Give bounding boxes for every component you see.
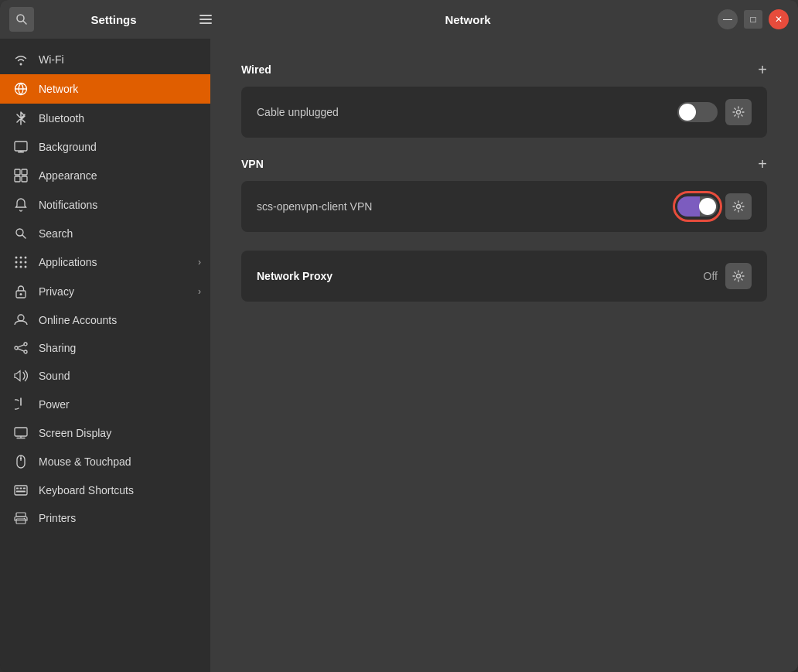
sidebar-label-power: Power xyxy=(39,398,70,411)
svg-point-47 xyxy=(24,518,26,520)
sidebar-item-power[interactable]: Power xyxy=(0,390,210,419)
svg-point-24 xyxy=(25,266,27,268)
sidebar-item-bluetooth[interactable]: Bluetooth xyxy=(0,104,210,133)
svg-line-1 xyxy=(23,21,26,24)
sidebar-item-search[interactable]: Search xyxy=(0,220,210,247)
wired-gear-button[interactable] xyxy=(725,99,752,125)
svg-point-30 xyxy=(24,350,27,353)
sidebar-item-keyboard-shortcuts[interactable]: Keyboard Shortcuts xyxy=(0,476,210,504)
titlebar-search-button[interactable] xyxy=(9,7,34,32)
wired-toggle[interactable] xyxy=(677,102,718,122)
main-content: Wi-Fi Network xyxy=(0,39,798,672)
wired-section-header: Wired + xyxy=(241,62,767,77)
vpn-card: scs-openvpn-client VPN xyxy=(241,181,767,232)
sidebar-label-wifi: Wi-Fi xyxy=(39,53,64,66)
applications-icon xyxy=(12,255,29,269)
vpn-section: VPN + scs-openvpn-client VPN xyxy=(241,156,767,232)
proxy-gear-icon xyxy=(732,270,745,282)
sidebar-item-mouse-touchpad[interactable]: Mouse & Touchpad xyxy=(0,447,210,476)
sidebar-item-network[interactable]: Network xyxy=(0,74,210,104)
bluetooth-icon xyxy=(12,111,29,125)
svg-rect-34 xyxy=(15,428,27,436)
svg-rect-4 xyxy=(200,22,212,24)
sidebar-item-online-accounts[interactable]: Online Accounts xyxy=(0,306,210,334)
menu-button[interactable] xyxy=(193,7,218,32)
svg-line-15 xyxy=(22,235,26,238)
svg-rect-13 xyxy=(22,176,27,182)
svg-rect-3 xyxy=(200,19,212,20)
svg-point-29 xyxy=(24,343,27,346)
sidebar-label-privacy: Privacy xyxy=(39,285,74,298)
wifi-icon xyxy=(12,53,29,67)
sidebar-label-keyboard-shortcuts: Keyboard Shortcuts xyxy=(39,484,134,496)
vpn-toggle-wrapper xyxy=(677,196,718,217)
svg-point-19 xyxy=(15,261,18,264)
content-area: Wired + Cable unplugged xyxy=(210,39,798,672)
sidebar-label-printers: Printers xyxy=(39,512,76,524)
svg-line-31 xyxy=(18,345,24,347)
sound-icon xyxy=(12,370,29,382)
sidebar-label-applications: Applications xyxy=(39,256,97,268)
mouse-touchpad-icon xyxy=(12,455,29,469)
keyboard-shortcuts-icon xyxy=(12,485,29,496)
svg-point-20 xyxy=(20,261,22,264)
sidebar-item-wifi[interactable]: Wi-Fi xyxy=(0,45,210,74)
sidebar-label-sharing: Sharing xyxy=(39,342,76,354)
wired-card: Cable unplugged xyxy=(241,87,767,138)
sidebar-label-appearance: Appearance xyxy=(39,169,97,182)
sidebar-label-background: Background xyxy=(39,141,97,153)
search-icon xyxy=(15,13,28,26)
sidebar-label-online-accounts: Online Accounts xyxy=(39,314,117,326)
proxy-status: Off xyxy=(704,270,718,282)
maximize-button[interactable]: □ xyxy=(744,10,762,29)
vpn-section-header: VPN + xyxy=(241,156,767,172)
printers-icon xyxy=(12,512,29,524)
settings-window: Settings Network — □ ✕ xyxy=(0,0,798,672)
proxy-gear-button[interactable] xyxy=(725,263,752,289)
svg-point-17 xyxy=(20,257,22,259)
sidebar-item-background[interactable]: Background xyxy=(0,133,210,161)
power-icon xyxy=(12,397,29,411)
sidebar-label-bluetooth: Bluetooth xyxy=(39,112,84,125)
settings-title: Settings xyxy=(40,13,187,26)
svg-point-49 xyxy=(737,205,741,209)
wired-add-button[interactable]: + xyxy=(758,62,767,77)
sidebar-item-privacy[interactable]: Privacy › xyxy=(0,277,210,306)
menu-icon xyxy=(200,15,212,24)
sidebar-item-appearance[interactable]: Appearance xyxy=(0,161,210,190)
wired-gear-icon xyxy=(732,106,745,118)
applications-chevron: › xyxy=(198,257,201,268)
svg-rect-41 xyxy=(16,488,19,490)
sidebar-item-screen-display[interactable]: Screen Display xyxy=(0,419,210,447)
sidebar-item-sound[interactable]: Sound xyxy=(0,362,210,390)
close-button[interactable]: ✕ xyxy=(769,9,789,29)
notifications-icon xyxy=(12,198,29,212)
sidebar-label-screen-display: Screen Display xyxy=(39,427,111,439)
svg-rect-40 xyxy=(15,486,27,495)
proxy-card-right: Off xyxy=(704,263,752,289)
window-controls: — □ ✕ xyxy=(718,9,789,29)
proxy-section: Network Proxy Off xyxy=(241,251,767,302)
wired-toggle-thumb xyxy=(679,104,696,121)
proxy-card-label: Network Proxy xyxy=(257,270,332,282)
sidebar-item-notifications[interactable]: Notifications xyxy=(0,190,210,220)
wired-card-right xyxy=(677,99,752,125)
svg-rect-8 xyxy=(18,152,24,153)
sidebar-label-search: Search xyxy=(39,227,73,240)
sidebar-item-printers[interactable]: Printers xyxy=(0,504,210,532)
vpn-toggle[interactable] xyxy=(677,196,718,217)
svg-rect-43 xyxy=(23,488,26,490)
vpn-gear-button[interactable] xyxy=(725,193,752,220)
background-icon xyxy=(12,141,29,153)
svg-line-32 xyxy=(18,349,24,351)
titlebar: Settings Network — □ ✕ xyxy=(0,0,798,39)
appearance-icon xyxy=(12,169,29,182)
vpn-add-button[interactable]: + xyxy=(758,156,767,172)
svg-point-28 xyxy=(15,346,18,350)
sidebar-item-sharing[interactable]: Sharing xyxy=(0,334,210,362)
svg-point-50 xyxy=(737,275,741,278)
vpn-card-label: scs-openvpn-client VPN xyxy=(257,200,372,213)
sidebar-item-applications[interactable]: Applications › xyxy=(0,247,210,277)
network-icon xyxy=(12,82,29,96)
minimize-button[interactable]: — xyxy=(718,9,738,29)
